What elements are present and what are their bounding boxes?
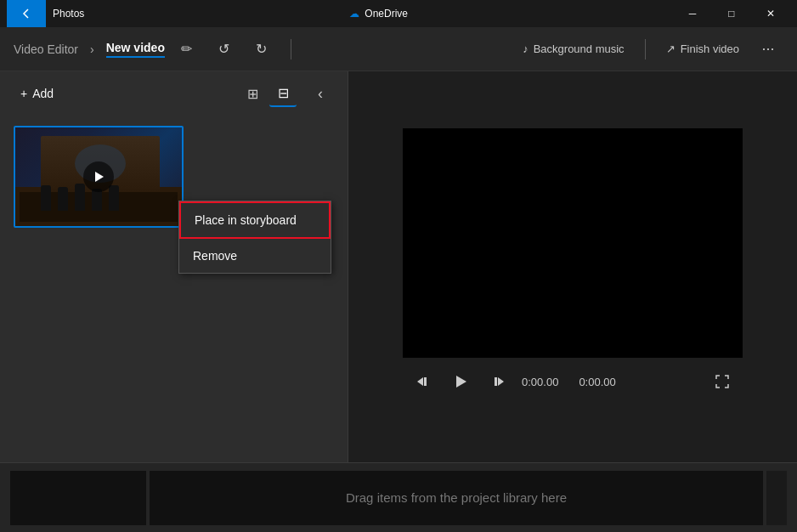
undo-button[interactable]: ↺ <box>209 34 240 65</box>
context-menu: Place in storyboard Remove <box>178 201 331 274</box>
view-grid-button[interactable]: ⊞ <box>239 80 266 107</box>
remove-button[interactable]: Remove <box>179 239 331 273</box>
toolbar-separator <box>291 39 291 59</box>
breadcrumb-parent[interactable]: Video Editor <box>14 42 78 56</box>
title-bar-center: ☁ OneDrive <box>349 8 408 20</box>
svg-rect-2 <box>424 377 427 386</box>
view-toggle: ⊞ ⊟ <box>239 80 297 107</box>
background-music-label: Background music <box>534 42 625 55</box>
finish-video-label: Finish video <box>681 42 739 55</box>
svg-marker-4 <box>498 377 504 386</box>
drag-instructions: Drag items from the project library here <box>346 490 567 505</box>
close-button[interactable]: ✕ <box>751 0 790 27</box>
time-total: 0:00.00 <box>579 376 615 388</box>
place-in-storyboard-button[interactable]: Place in storyboard <box>179 201 331 239</box>
more-button[interactable]: ··· <box>753 34 783 65</box>
view-list-button[interactable]: ⊟ <box>269 80 297 107</box>
list-icon: ⊟ <box>278 85 289 101</box>
minimize-button[interactable]: ─ <box>673 0 712 27</box>
media-item[interactable] <box>14 126 184 228</box>
add-button[interactable]: + Add <box>14 83 60 104</box>
toolbar-actions: ♪ Background music ↗ Finish video ··· <box>512 34 783 65</box>
svg-marker-3 <box>456 376 466 388</box>
time-current: 0:00.00 <box>522 376 558 388</box>
fullscreen-button[interactable] <box>709 368 736 395</box>
svg-marker-1 <box>417 377 423 386</box>
edit-button[interactable]: ✏ <box>172 34 202 65</box>
main-area: + Add ⊞ ⊟ ‹ <box>0 71 797 462</box>
onedrive-label: OneDrive <box>365 8 408 20</box>
redo-button[interactable]: ↻ <box>246 34 277 65</box>
toolbar: Video Editor › New video ✏ ↺ ↻ ♪ Backgro… <box>0 27 797 71</box>
collapse-button[interactable]: ‹ <box>307 80 334 107</box>
media-grid: Place in storyboard Remove <box>0 116 348 238</box>
more-icon: ··· <box>761 40 774 58</box>
title-bar-left: Photos <box>7 0 84 27</box>
undo-icon: ↺ <box>218 41 229 57</box>
onedrive-icon: ☁ <box>349 8 359 20</box>
play-overlay[interactable] <box>83 161 114 192</box>
svg-marker-0 <box>95 172 104 182</box>
export-icon: ↗ <box>666 42 675 55</box>
finish-video-button[interactable]: ↗ Finish video <box>656 37 749 60</box>
forward-button[interactable] <box>484 368 512 395</box>
breadcrumb-separator: › <box>90 42 94 56</box>
svg-rect-5 <box>495 377 497 386</box>
app-title: Photos <box>53 8 84 20</box>
title-bar-right: ─ □ ✕ <box>673 0 790 27</box>
add-icon: + <box>20 87 27 100</box>
media-thumbnail <box>15 127 182 226</box>
storyboard: Drag items from the project library here <box>0 462 797 532</box>
background-music-button[interactable]: ♪ Background music <box>512 37 634 60</box>
video-preview <box>403 128 743 358</box>
maximize-button[interactable]: □ <box>712 0 751 27</box>
rewind-button[interactable] <box>410 368 437 395</box>
left-panel-toolbar: + Add ⊞ ⊟ ‹ <box>0 71 348 116</box>
left-panel: + Add ⊞ ⊟ ‹ <box>0 71 348 462</box>
collapse-icon: ‹ <box>318 85 323 103</box>
back-button[interactable] <box>7 0 46 27</box>
storyboard-item-1[interactable] <box>10 471 146 525</box>
video-controls: 0:00.00 0:00.00 <box>403 358 743 405</box>
music-icon: ♪ <box>523 42 529 55</box>
add-label: Add <box>32 87 54 100</box>
toolbar-separator-2 <box>645 39 646 59</box>
storyboard-drag-area[interactable]: Drag items from the project library here <box>150 471 763 525</box>
grid-icon: ⊞ <box>247 86 258 102</box>
breadcrumb-current: New video <box>106 41 165 58</box>
title-bar: Photos ☁ OneDrive ─ □ ✕ <box>0 0 797 27</box>
edit-icon: ✏ <box>181 41 192 57</box>
redo-icon: ↻ <box>256 41 267 57</box>
storyboard-item-2 <box>766 471 787 525</box>
right-panel: 0:00.00 0:00.00 <box>348 71 797 462</box>
play-button[interactable] <box>447 368 474 395</box>
